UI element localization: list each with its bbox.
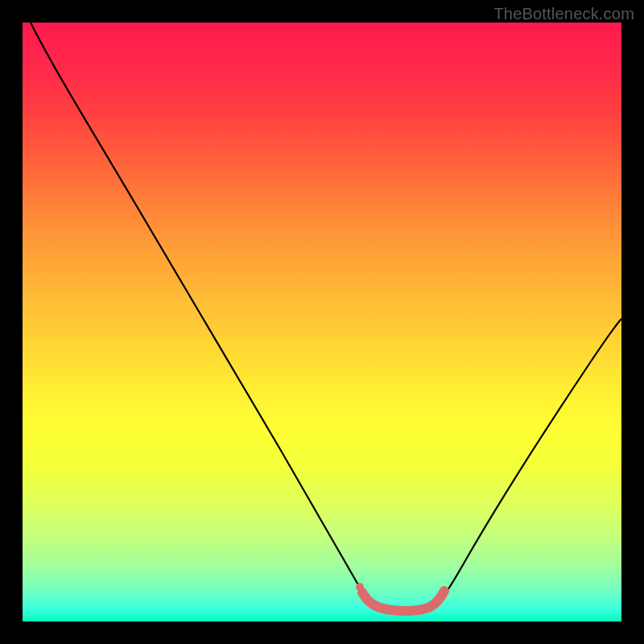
chart-svg xyxy=(23,23,621,621)
chart-plot-area xyxy=(23,23,621,621)
optimal-range-marker xyxy=(362,591,444,611)
watermark-text: TheBottleneck.com xyxy=(493,5,634,23)
bottleneck-curve xyxy=(31,23,621,610)
